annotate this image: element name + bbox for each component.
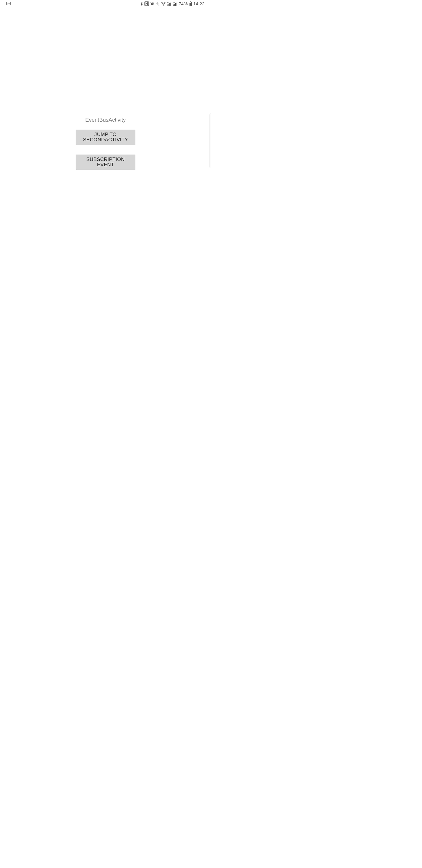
- jump-to-secondactivity-button[interactable]: JUMP TO SECONDACTIVITY: [76, 130, 135, 145]
- flash-download-icon: [156, 1, 160, 6]
- status-left: [6, 1, 10, 6]
- svg-rect-20: [174, 4, 175, 6]
- status-right: 4G 3G 74% 14:22: [140, 1, 204, 6]
- wifi-icon: [161, 2, 166, 6]
- signal-3g-icon: 3G: [173, 1, 177, 6]
- svg-rect-17: [170, 3, 171, 6]
- svg-rect-25: [190, 3, 191, 6]
- status-bar: 4G 3G 74% 14:22: [0, 0, 211, 7]
- battery-percent: 74%: [179, 1, 188, 6]
- svg-rect-19: [173, 4, 174, 6]
- nfc-icon: [144, 1, 149, 6]
- bluetooth-icon: [140, 1, 143, 6]
- svg-rect-16: [169, 3, 170, 6]
- clock-time: 14:22: [193, 1, 204, 6]
- svg-rect-15: [168, 4, 169, 6]
- app-content: EventBusActivity JUMP TO SECONDACTIVITY …: [0, 7, 211, 434]
- svg-text:3G: 3G: [173, 1, 175, 3]
- svg-rect-24: [190, 1, 191, 2]
- alarm-icon: [150, 1, 155, 6]
- page-title: EventBusActivity: [0, 117, 211, 123]
- svg-point-10: [163, 5, 164, 5]
- svg-text:4G: 4G: [167, 1, 169, 3]
- svg-line-6: [151, 2, 151, 3]
- svg-rect-14: [167, 4, 168, 6]
- svg-point-1: [8, 2, 8, 3]
- signal-4g-icon: 4G: [167, 1, 172, 6]
- svg-marker-8: [156, 2, 159, 6]
- svg-marker-12: [164, 4, 165, 6]
- image-icon: [6, 1, 10, 6]
- battery-icon: [189, 1, 192, 6]
- svg-marker-11: [165, 4, 166, 6]
- svg-line-7: [153, 2, 154, 3]
- svg-rect-22: [176, 3, 177, 6]
- svg-rect-21: [175, 3, 176, 6]
- subscription-event-button[interactable]: SUBSCRIPTION EVENT: [76, 155, 135, 169]
- edge-panel-handle[interactable]: [210, 114, 211, 168]
